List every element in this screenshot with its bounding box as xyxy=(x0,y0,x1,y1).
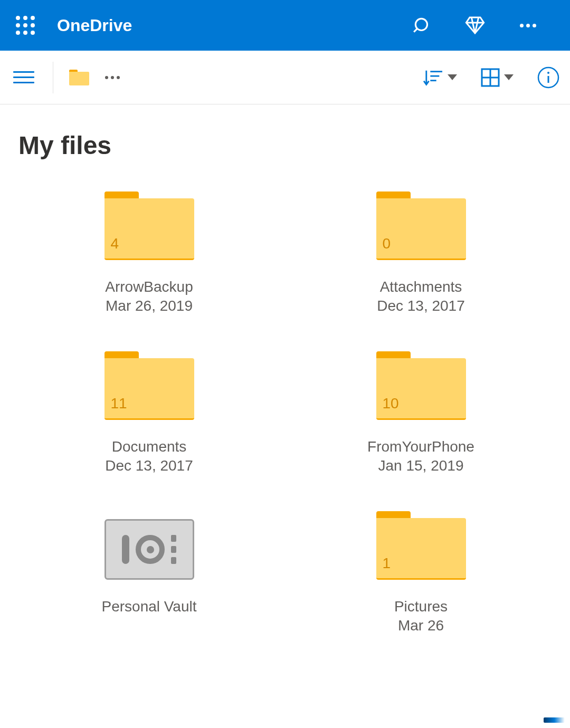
more-options-icon[interactable] xyxy=(517,15,538,36)
folder-name: Personal Vault xyxy=(101,598,196,615)
folder-name: ArrowBackup xyxy=(105,279,193,295)
folder-name: Documents xyxy=(112,438,187,455)
folder-date: Mar 26 xyxy=(398,617,444,634)
app-header: OneDrive xyxy=(0,0,570,51)
sort-button[interactable] xyxy=(423,69,457,87)
folder-name: FromYourPhone xyxy=(367,438,474,455)
folder-name: Attachments xyxy=(380,279,462,295)
folder-item-fromyourphone[interactable]: ⓘ Download All ▶ Play All First Of The Y… xyxy=(293,351,549,474)
svg-line-1 xyxy=(414,28,417,32)
account-indicator-icon[interactable] xyxy=(544,717,565,723)
folder-date: Jan 15, 2019 xyxy=(378,457,464,474)
breadcrumb-folder-icon[interactable] xyxy=(69,70,89,85)
search-icon[interactable] xyxy=(412,15,433,36)
folder-date: Dec 13, 2017 xyxy=(377,298,465,314)
folder-icon: 0 xyxy=(376,191,466,260)
info-button[interactable] xyxy=(537,66,559,89)
toolbar xyxy=(0,51,570,104)
app-title: OneDrive xyxy=(57,16,412,35)
folder-icon: 4 xyxy=(104,191,194,260)
folder-date: Dec 13, 2017 xyxy=(105,457,193,474)
folder-count: 4 xyxy=(111,235,119,252)
grid-view-icon xyxy=(481,68,500,87)
folder-count: 1 xyxy=(383,555,391,572)
folder-icon: 11 xyxy=(104,351,194,420)
chevron-down-icon xyxy=(504,74,514,80)
folders-grid: 4 ArrowBackup Mar 26, 2019 0 Attachments… xyxy=(0,176,570,650)
folder-item-arrowbackup[interactable]: 4 ArrowBackup Mar 26, 2019 xyxy=(21,191,277,314)
folder-count: 11 xyxy=(111,395,127,412)
hamburger-menu-icon[interactable] xyxy=(11,67,37,88)
folder-count: 0 xyxy=(383,235,391,252)
folder-name: Pictures xyxy=(394,598,448,615)
folder-item-pictures[interactable]: 1 Pictures Mar 26 xyxy=(293,511,549,634)
folder-item-attachments[interactable]: 0 Attachments Dec 13, 2017 xyxy=(293,191,549,314)
svg-point-0 xyxy=(415,18,427,30)
vault-icon xyxy=(104,511,194,580)
folder-item-documents[interactable]: 11 Documents Dec 13, 2017 xyxy=(21,351,277,474)
folder-icon: 1 xyxy=(376,511,466,580)
page-title: My files xyxy=(0,104,570,176)
svg-point-10 xyxy=(547,72,549,74)
sort-icon xyxy=(423,69,443,87)
info-icon xyxy=(537,66,559,89)
app-launcher-icon[interactable] xyxy=(11,11,40,40)
folder-icon: ⓘ Download All ▶ Play All First Of The Y… xyxy=(376,351,466,420)
folder-item-personal-vault[interactable]: Personal Vault xyxy=(21,511,277,634)
chevron-down-icon xyxy=(448,74,457,80)
header-actions xyxy=(412,15,538,36)
toolbar-divider xyxy=(53,62,53,93)
toolbar-more-icon[interactable] xyxy=(105,76,120,79)
folder-count: 10 xyxy=(383,395,399,412)
folder-date: Mar 26, 2019 xyxy=(106,298,193,314)
view-button[interactable] xyxy=(481,68,514,87)
premium-diamond-icon[interactable] xyxy=(464,15,486,36)
